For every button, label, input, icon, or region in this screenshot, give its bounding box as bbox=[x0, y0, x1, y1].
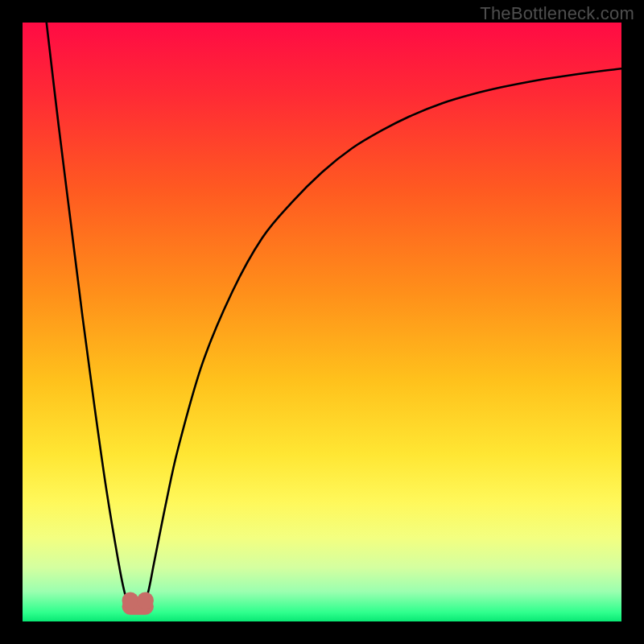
watermark-text: TheBottleneck.com bbox=[480, 3, 634, 24]
valley-marker-0 bbox=[122, 592, 139, 609]
chart-frame: TheBottleneck.com bbox=[0, 0, 644, 644]
chart-svg bbox=[23, 23, 621, 621]
plot-area bbox=[23, 23, 621, 621]
valley-marker-1 bbox=[137, 592, 154, 609]
